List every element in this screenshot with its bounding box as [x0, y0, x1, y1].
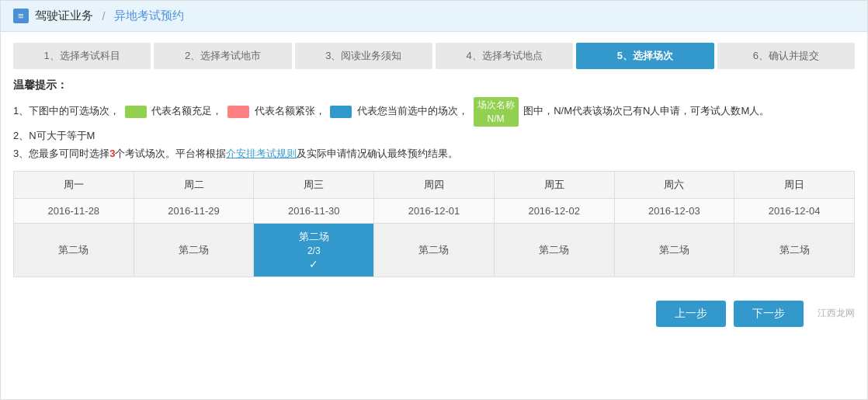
footer: 上一步 下一步 江西龙网 [1, 287, 867, 336]
col-header-tue: 周二 [134, 171, 254, 198]
next-button[interactable]: 下一步 [734, 301, 804, 327]
warning-list: 1、下图中的可选场次， 代表名额充足， 代表名额紧张， 代表您当前选中的场次， … [13, 97, 855, 163]
date-tue: 2016-11-29 [134, 198, 254, 223]
header-title: 驾驶证业务 [35, 9, 93, 23]
date-thu: 2016-12-01 [374, 198, 495, 223]
col-header-sat: 周六 [614, 171, 734, 198]
col-header-wed: 周三 [254, 171, 374, 198]
col-header-sun: 周日 [734, 171, 855, 198]
step-1[interactable]: 1、选择考试科目 [13, 43, 151, 69]
slot-sun[interactable]: 第二场 [734, 223, 855, 277]
main-content: 温馨提示： 1、下图中的可选场次， 代表名额充足， 代表名额紧张， 代表您当前选… [1, 69, 867, 287]
col-header-thu: 周四 [374, 171, 495, 198]
warning-line1: 1、下图中的可选场次， 代表名额充足， 代表名额紧张， 代表您当前选中的场次， … [13, 97, 855, 127]
legend-nm: 场次名称N/M [474, 97, 519, 127]
slot-sat[interactable]: 第二场 [614, 223, 734, 277]
date-wed: 2016-11-30 [254, 198, 374, 223]
date-mon: 2016-11-28 [14, 198, 134, 223]
step-5[interactable]: 5、选择场次 [576, 43, 713, 69]
date-sat: 2016-12-03 [614, 198, 734, 223]
date-sun: 2016-12-04 [734, 198, 855, 223]
date-fri: 2016-12-02 [494, 198, 614, 223]
slot-thu[interactable]: 第二场 [374, 223, 495, 277]
legend-pink [227, 106, 249, 118]
table-header-row: 周一 周二 周三 周四 周五 周六 周日 [14, 171, 855, 198]
legend-green [125, 106, 147, 118]
watermark: 江西龙网 [818, 307, 855, 320]
slot-row: 第二场 第二场 第二场 2/3 ✓ [14, 223, 855, 277]
page-header: ≡ 驾驶证业务 / 异地考试预约 [1, 1, 867, 32]
slot-fri[interactable]: 第二场 [494, 223, 614, 277]
col-header-fri: 周五 [494, 171, 614, 198]
slot-wed[interactable]: 第二场 2/3 ✓ [254, 223, 374, 277]
date-row: 2016-11-28 2016-11-29 2016-11-30 2016-12… [14, 198, 855, 223]
slot-mon[interactable]: 第二场 [14, 223, 134, 277]
step-2[interactable]: 2、选择考试地市 [154, 43, 291, 69]
slot-tue[interactable]: 第二场 [134, 223, 254, 277]
step-3[interactable]: 3、阅读业务须知 [295, 43, 432, 69]
warning-line3: 3、您最多可同时选择3个考试场次。平台将根据介安排考试规则及实际申请情况确认最终… [13, 144, 855, 162]
warning-title: 温馨提示： [13, 78, 855, 92]
step-4[interactable]: 4、选择考试地点 [436, 43, 573, 69]
legend-blue [330, 106, 352, 118]
header-separator: / [102, 10, 106, 23]
header-icon: ≡ [13, 9, 29, 23]
prev-button[interactable]: 上一步 [656, 301, 726, 327]
col-header-mon: 周一 [14, 171, 134, 198]
rules-link[interactable]: 介安排考试规则 [226, 148, 297, 159]
step-6[interactable]: 6、确认并提交 [717, 43, 855, 69]
header-subtitle: 异地考试预约 [114, 9, 184, 23]
steps-bar: 1、选择考试科目 2、选择考试地市 3、阅读业务须知 4、选择考试地点 5、选择… [1, 32, 867, 69]
schedule-table: 周一 周二 周三 周四 周五 周六 周日 2016-11-28 2016-11-… [13, 171, 855, 277]
warning-line2: 2、N可大于等于M [13, 127, 855, 144]
